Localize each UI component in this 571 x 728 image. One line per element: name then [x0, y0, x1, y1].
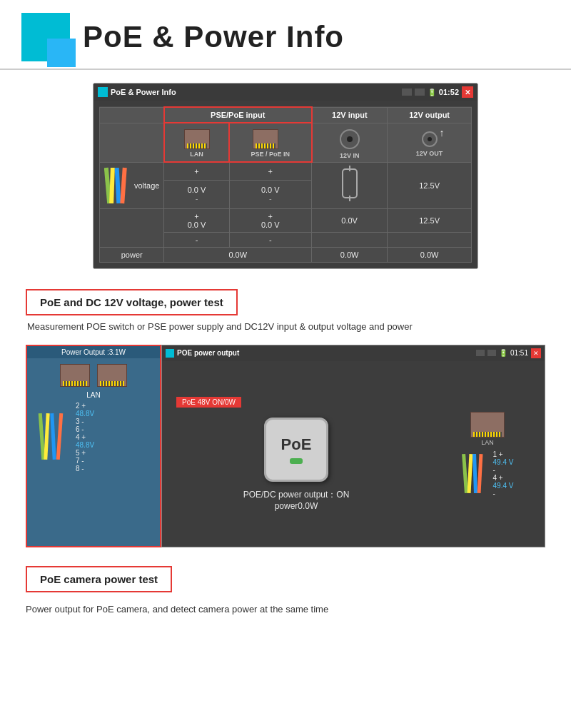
- rv-v1: 49.4 V: [493, 458, 514, 466]
- pse-label: PSE / PoE IN: [251, 151, 290, 158]
- v2-minus: -: [234, 194, 308, 203]
- popup-content: LAN 2 + 48.8V 3 - 6 - 4 + 48.8V 5 +: [27, 358, 160, 477]
- poe-popup: Power Output :3.1W LAN: [26, 345, 161, 547]
- popup-rj45-1: [60, 364, 90, 387]
- rw-blue: [473, 453, 477, 492]
- v1-plus: +: [164, 162, 229, 181]
- feature2-label: PoE camera power test: [26, 566, 172, 592]
- poe-close-btn[interactable]: ✕: [531, 348, 541, 358]
- power-12vout: 0.0W: [388, 247, 472, 262]
- popup-voltage-info: 2 + 48.8V 3 - 6 - 4 + 48.8V 5 + 7 - 8 -: [70, 402, 148, 472]
- pv-line3: 3 -: [76, 418, 148, 425]
- poe-titlebar-left: POE power output: [166, 349, 239, 358]
- popup-rj45-2: [97, 364, 127, 387]
- poe-title-text: POE power output: [177, 349, 239, 357]
- pv-line5: 4 +: [76, 433, 148, 441]
- header-icon: [21, 13, 70, 61]
- pv-line7: 5 +: [76, 449, 148, 457]
- dc-jack-out: [422, 131, 438, 147]
- poe-power-button[interactable]: PoE: [264, 418, 328, 482]
- empty-td2: [388, 232, 472, 247]
- 12vin-val: 0.0V: [312, 208, 388, 232]
- poe-titlebar-right: 🔋 01:51 ✕: [476, 348, 541, 358]
- pv-line6: 48.8V: [76, 441, 148, 449]
- pv-line2: 48.8V: [76, 410, 148, 418]
- rv-v2: 49.4 V: [493, 482, 514, 490]
- poe-main-content: PoE 48V ON/0W PoE POE/DC power output：ON…: [162, 361, 545, 547]
- pw-orange: [56, 413, 64, 460]
- lan-label: LAN: [183, 151, 211, 158]
- 12vout-jack-wrap: ↑: [422, 128, 438, 150]
- poe-sig-icon: [487, 350, 496, 356]
- pv-line1: 2 +: [76, 402, 148, 410]
- empty-td1: [312, 232, 388, 247]
- 12vout-label: 12V OUT: [416, 150, 443, 157]
- dc-jack-inner: [347, 136, 353, 142]
- rv-line6: -: [493, 490, 514, 497]
- feature2-section: PoE camera power test: [26, 559, 545, 598]
- v3-plus: +0.0 V: [164, 208, 229, 232]
- rv-line4: 4 +: [493, 474, 514, 482]
- 12vout-container: ↑ 12V OUT: [392, 128, 467, 157]
- poe-wifi-icon: [476, 350, 485, 356]
- pse-rj45: [253, 129, 278, 149]
- v1-display: 0.0 V: [168, 186, 224, 194]
- poe-led: [290, 458, 303, 464]
- voltage-row: voltage + + 12.5V: [100, 162, 472, 181]
- pv-line8: 7 -: [76, 457, 148, 465]
- pv-line4: 6 -: [76, 425, 148, 433]
- poe-power-text: power0.0W: [243, 501, 350, 511]
- empty-sub: [100, 123, 164, 162]
- rw-yellow: [467, 453, 473, 492]
- wifi-icon: [402, 89, 412, 96]
- right-rj45-pins: [473, 432, 502, 437]
- screenshot2-area: Power Output :3.1W LAN: [26, 345, 545, 547]
- page-header: PoE & Power Info: [0, 0, 571, 70]
- feature1-label: PoE and DC 12V voltage, power test: [26, 289, 238, 315]
- titlebar1-left: PoE & Power Info: [98, 87, 176, 97]
- rv-line1: 1 +: [493, 450, 514, 458]
- 12v-out-header: 12V output: [388, 107, 472, 123]
- poe-main-right: LAN 1 + 49.4 V - 4 + 49.4 V: [430, 361, 545, 547]
- v4-val: 0.0 V: [261, 221, 280, 229]
- popup-connectors: [59, 363, 128, 388]
- pw-blue: [50, 413, 56, 460]
- pse-rj45-pins: [256, 143, 276, 148]
- svg-rect-0: [343, 169, 357, 198]
- close-btn1[interactable]: ✕: [462, 86, 473, 98]
- voltage-row3: +0.0 V +0.0 V 0.0V 12.5V: [100, 208, 472, 232]
- poe-button-label: PoE: [281, 435, 312, 454]
- screenshot1-box: PoE & Power Info 🔋 01:52 ✕ PSE/PoE input: [93, 83, 478, 269]
- 12vin-icon: [339, 166, 360, 201]
- signal-icon: [415, 89, 425, 96]
- poe-battery: 🔋: [499, 349, 507, 357]
- lan-connector: LAN: [183, 128, 211, 158]
- poe-table: PSE/PoE input 12V input 12V output: [99, 106, 472, 263]
- 12v-in-header: 12V input: [312, 107, 388, 123]
- feature2-desc: Power output for PoE camera, and detect …: [0, 604, 571, 615]
- poe-title-icon: [166, 349, 174, 358]
- dc-jack-in: [340, 129, 360, 149]
- power-label-cell: power: [100, 247, 164, 262]
- pse-header: PSE/PoE input: [164, 107, 312, 123]
- 12vin-sub: 12V IN: [312, 123, 388, 162]
- lan-rj45: [184, 129, 210, 149]
- voltage-label-cell2: [100, 208, 164, 247]
- poe-status-text: POE/DC power output：ON: [243, 489, 350, 501]
- title-icon: [98, 87, 108, 97]
- win-controls1: 🔋 01:52 ✕: [402, 86, 473, 98]
- empty-header: [100, 107, 164, 123]
- poe-main-left: PoE 48V ON/0W PoE POE/DC power output：ON…: [162, 361, 430, 547]
- arrow-up-icon: ↑: [440, 127, 445, 138]
- pse-connector: PSE / PoE IN: [251, 128, 290, 158]
- popup-rj45-2-pins: [100, 381, 124, 386]
- rw-orange: [477, 453, 482, 492]
- pse-sub: PSE / PoE IN: [229, 123, 312, 162]
- power-pse: 0.0W: [164, 247, 312, 262]
- v2-plus: +: [229, 162, 312, 181]
- v4-plus: +0.0 V: [229, 208, 312, 232]
- right-wires-area: 1 + 49.4 V - 4 + 49.4 V -: [462, 450, 514, 497]
- 12vout-sub: ↑ 12V OUT: [388, 123, 472, 162]
- v3-minus: -: [164, 232, 229, 247]
- poe-status: POE/DC power output：ON power0.0W: [243, 489, 350, 511]
